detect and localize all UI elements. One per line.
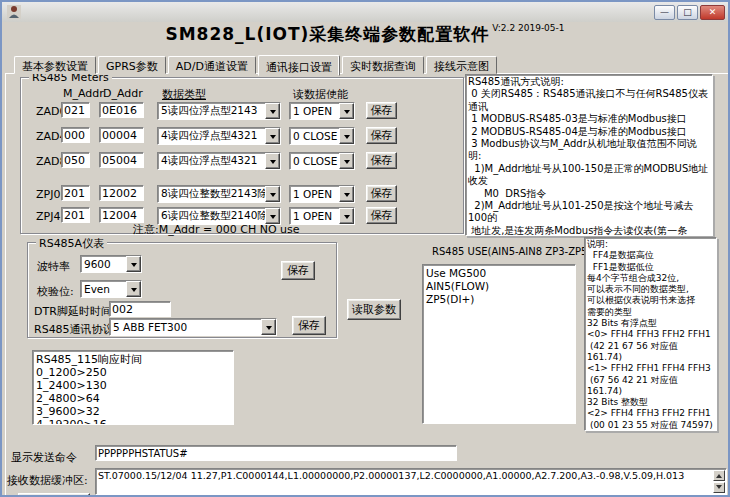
d-addr-input[interactable] <box>99 102 144 118</box>
data-type-select[interactable]: 8读四位整数型2143除10 <box>157 185 281 203</box>
selected-read-enable: 0 CLOSE <box>290 155 339 167</box>
minimize-button[interactable]: — <box>654 5 675 20</box>
selected-data-type: 8读四位整数型2143除10 <box>158 187 265 201</box>
selected-baud: 9600 <box>81 258 126 270</box>
m-addr-input[interactable] <box>61 127 90 143</box>
d-addr-input[interactable] <box>99 127 144 143</box>
meter-row-label: ZPJ4 <box>36 210 60 223</box>
version-label: V:2.2 2019-05-1 <box>492 23 564 33</box>
rs485-use-listbox[interactable]: Use MG500 AIN5(FLOW) ZP5(DI+) <box>422 264 576 424</box>
m-addr-input[interactable] <box>61 185 90 201</box>
close-button[interactable]: ✕ <box>700 5 725 20</box>
tab-basic-params[interactable]: 基本参数设置 <box>14 56 96 74</box>
selected-data-type: 5读四位浮点型2143 <box>158 104 265 118</box>
receive-buffer-label: 接收数据缓冲区: <box>7 473 88 488</box>
group-title: RS485 Meters <box>29 73 112 84</box>
page-title: SM828_L(IOT)采集终端参数配置软件 <box>165 24 489 44</box>
tab-strip: 基本参数设置 GPRS参数 AD/D通道设置 通讯接口设置 实时数据查询 接线示… <box>14 55 499 74</box>
m-addr-input[interactable] <box>61 102 90 118</box>
app-icon <box>7 5 21 19</box>
rs485a-meter-group: RS485A仪表 波特率 9600 校验位: Even DTR脚延时时间: RS… <box>27 242 337 338</box>
read-enable-select[interactable]: 1 OPEN <box>289 102 355 120</box>
data-type-select[interactable]: 4读四位浮点型4321 <box>157 127 281 145</box>
tab-gprs-params[interactable]: GPRS参数 <box>98 56 166 74</box>
dtr-delay-input[interactable] <box>109 301 171 317</box>
selected-read-enable: 1 OPEN <box>290 188 339 200</box>
send-command-input[interactable] <box>95 445 457 461</box>
chevron-down-icon[interactable] <box>265 128 280 144</box>
receive-buffer-text: ST.07000.15/12/04 11.27,P1.C0000144,L1.0… <box>98 470 684 481</box>
app-window: — □ ✕ SM828_L(IOT)采集终端参数配置软件V:2.2 2019-0… <box>0 0 730 497</box>
selected-data-type: 4读四位浮点型4321 <box>158 154 265 168</box>
header-row: SM828_L(IOT)采集终端参数配置软件V:2.2 2019-05-1 <box>2 23 728 46</box>
d-addr-input[interactable] <box>99 185 144 201</box>
chevron-down-icon[interactable] <box>265 153 280 169</box>
parity-label: 校验位: <box>37 284 74 299</box>
save-button[interactable]: 保存 <box>281 261 315 280</box>
receive-buffer-field[interactable]: ST.07000.15/12/04 11.27,P1.C0000144,L1.0… <box>95 468 727 495</box>
column-header-m-addr: M_Addr <box>63 87 104 100</box>
group-title: RS485A仪表 <box>36 236 107 251</box>
titlebar: — □ ✕ <box>2 2 728 22</box>
save-button[interactable]: 保存 <box>366 207 397 224</box>
selected-data-type: 4读四位浮点型4321 <box>158 129 265 143</box>
save-button[interactable]: 保存 <box>366 185 397 202</box>
chevron-down-icon[interactable] <box>126 281 141 297</box>
scrollbar[interactable] <box>713 470 725 493</box>
baud-delay-listbox[interactable]: RS485_115响应时间 0_1200>250 1_2400>130 2_48… <box>32 350 234 425</box>
baud-rate-select[interactable]: 9600 <box>80 255 142 273</box>
tab-realtime-data[interactable]: 实时数据查询 <box>342 56 424 74</box>
chevron-down-icon[interactable] <box>126 256 141 272</box>
dtr-delay-label: DTR脚延时时间: <box>34 304 116 319</box>
selected-protocol: 5 ABB FET300 <box>110 321 261 333</box>
save-button[interactable]: 保存 <box>366 152 397 169</box>
chevron-down-icon[interactable] <box>339 128 354 144</box>
tab-adc-channels[interactable]: AD/D通道设置 <box>168 56 256 74</box>
m-addr-input[interactable] <box>61 207 90 223</box>
meter-row-label: ZPJ0 <box>36 188 60 201</box>
m-addr-input[interactable] <box>61 152 90 168</box>
save-button[interactable]: 保存 <box>366 127 397 144</box>
chevron-down-icon[interactable] <box>265 103 280 119</box>
save-button[interactable]: 保存 <box>292 316 326 335</box>
read-params-button[interactable]: 读取参数 <box>347 299 401 320</box>
read-enable-select[interactable]: 0 CLOSE <box>289 152 355 170</box>
selected-read-enable: 0 CLOSE <box>290 130 339 142</box>
maximize-button[interactable]: □ <box>677 5 698 20</box>
data-type-select[interactable]: 5读四位浮点型2143 <box>157 102 281 120</box>
protocol-label: RS485通讯协议 <box>34 322 114 337</box>
m-addr-note: 注意:M_Addr = 000 CH NO use <box>133 222 300 237</box>
scroll-up-icon[interactable] <box>713 470 725 481</box>
chevron-down-icon[interactable] <box>339 186 354 202</box>
selected-read-enable: 1 OPEN <box>290 105 339 117</box>
parity-select[interactable]: Even <box>80 280 142 298</box>
tab-comm-interface[interactable]: 通讯接口设置 <box>258 55 340 76</box>
tab-wiring-diagram[interactable]: 接线示意图 <box>426 56 497 74</box>
selected-data-type: 6读四位整数型2140除10 <box>158 209 265 223</box>
baud-rate-label: 波特率 <box>37 259 70 274</box>
rs485-comm-mode-help: RS485通讯方式说明: 0 关闭RS485：RS485通讯接口不与任何RS48… <box>465 74 713 236</box>
rs485-meters-group: RS485 Meters M_Addr D_Addr 数据类型 读数据使能 ZA… <box>20 77 464 234</box>
chevron-down-icon[interactable] <box>261 319 276 335</box>
read-enable-select[interactable]: 1 OPEN <box>289 185 355 203</box>
save-button[interactable]: 保存 <box>366 102 397 119</box>
d-addr-input[interactable] <box>99 207 144 223</box>
chevron-down-icon[interactable] <box>339 208 354 224</box>
chevron-down-icon[interactable] <box>339 153 354 169</box>
read-enable-select[interactable]: 0 CLOSE <box>289 127 355 145</box>
rs485-use-label: RS485 USE(AIN5-AIN8 ZP3-ZP5) <box>432 246 591 257</box>
column-header-data-type: 数据类型 <box>162 87 206 102</box>
column-header-d-addr: D_Addr <box>103 87 143 100</box>
d-addr-input[interactable] <box>99 152 144 168</box>
selected-parity: Even <box>81 283 126 295</box>
tab-page-comm-interface: RS485 Meters M_Addr D_Addr 数据类型 读数据使能 ZA… <box>5 73 729 496</box>
clear-screen-button[interactable]: 清空界面 <box>18 493 90 496</box>
chevron-down-icon[interactable] <box>339 103 354 119</box>
data-type-select[interactable]: 4读四位浮点型4321 <box>157 152 281 170</box>
chevron-down-icon[interactable] <box>265 186 280 202</box>
selected-read-enable: 1 OPEN <box>290 210 339 222</box>
protocol-select[interactable]: 5 ABB FET300 <box>109 318 277 336</box>
scroll-down-icon[interactable] <box>713 482 725 493</box>
send-command-label: 显示发送命令 <box>11 450 77 465</box>
data-format-help: 说明: FF4是数据高位 FF1是数据低位 每4个字节组合成32位, 可以表示不… <box>584 237 717 431</box>
